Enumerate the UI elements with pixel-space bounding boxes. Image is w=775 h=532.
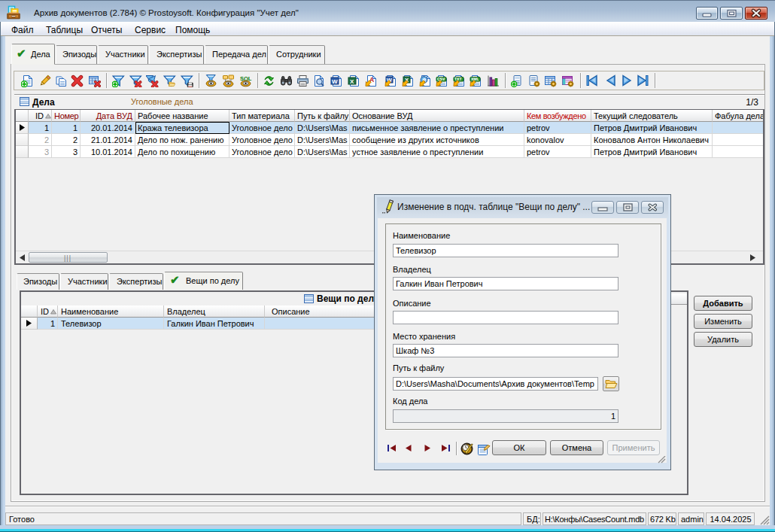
svg-text:X: X bbox=[350, 78, 354, 85]
svg-text:CSV: CSV bbox=[437, 77, 445, 81]
svg-text:W: W bbox=[332, 78, 338, 85]
svg-text:XML: XML bbox=[471, 77, 479, 81]
